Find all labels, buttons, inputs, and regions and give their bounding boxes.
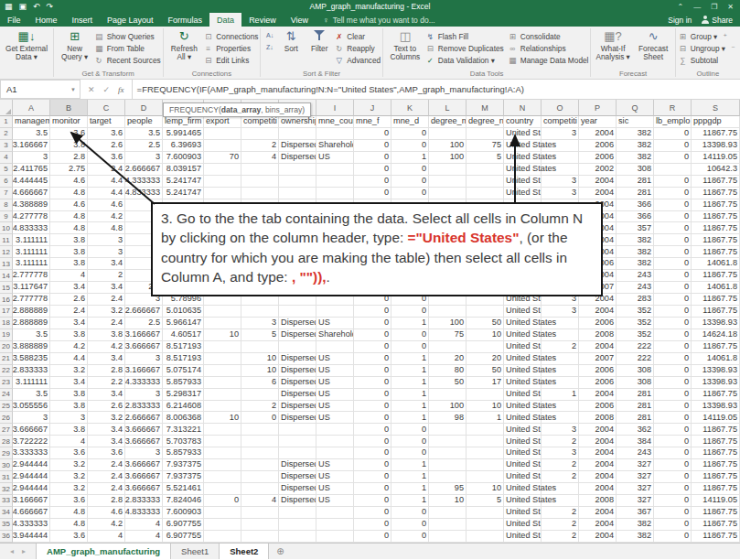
cell-G7[interactable] <box>241 188 279 199</box>
cell-C29[interactable]: 3.6 <box>88 447 125 459</box>
row-header-33[interactable]: 33 <box>0 495 13 507</box>
cancel-formula-icon[interactable]: ✕ <box>88 85 95 94</box>
cell-S34[interactable]: 11867.75 <box>692 507 740 519</box>
relationships-button[interactable]: ∞Relationships <box>508 42 589 54</box>
column-header-C[interactable]: C <box>88 100 125 116</box>
cell-R34[interactable]: 0 <box>654 507 692 519</box>
cell-R11[interactable]: 0 <box>654 234 692 246</box>
cell-L36[interactable] <box>429 531 467 543</box>
cell-R19[interactable]: 0 <box>654 329 692 341</box>
sort-button[interactable]: ⇅ Sort <box>277 27 305 53</box>
cell-C13[interactable]: 3.4 <box>88 258 125 270</box>
cell-F17[interactable] <box>204 306 241 318</box>
cell-M22[interactable]: 50 <box>467 365 504 377</box>
cell-C10[interactable]: 4.8 <box>88 222 125 234</box>
cell-R14[interactable]: 0 <box>654 270 692 282</box>
cell-H7[interactable] <box>279 188 316 199</box>
cell-L2[interactable] <box>429 128 467 140</box>
cell-P23[interactable]: 2006 <box>579 377 617 389</box>
cell-G4[interactable]: 4 <box>241 152 279 164</box>
redo-icon[interactable]: ↷ <box>47 0 54 13</box>
cell-F6[interactable] <box>204 176 241 188</box>
cell-G5[interactable] <box>241 164 279 176</box>
row-header-25[interactable]: 25 <box>0 401 13 413</box>
cell-B8[interactable]: 4.6 <box>50 199 88 211</box>
restore-icon[interactable]: ❐ <box>711 3 717 11</box>
cell-K34[interactable]: 0 <box>391 507 429 519</box>
cell-J21[interactable]: 0 <box>354 353 391 365</box>
cell-I20[interactable] <box>316 341 354 353</box>
cell-S36[interactable]: 11867.75 <box>692 531 740 543</box>
cell-N30[interactable]: United Sta <box>504 459 542 471</box>
cell-F30[interactable] <box>204 459 241 471</box>
cell-N29[interactable]: United Sta <box>504 447 542 459</box>
cell-A8[interactable]: 4.388889 <box>13 199 50 211</box>
cell-N19[interactable]: United States <box>504 329 542 341</box>
cell-N7[interactable]: United Sta <box>504 188 542 199</box>
cell-H32[interactable]: Dispersed <box>279 483 316 495</box>
cell-B16[interactable]: 2.6 <box>50 294 88 306</box>
cell-N24[interactable]: United Sta <box>504 389 542 401</box>
cell-O29[interactable]: 3 <box>542 447 579 459</box>
cell-P5[interactable]: 2002 <box>579 164 617 176</box>
cell-I32[interactable]: US <box>316 483 354 495</box>
cell-M5[interactable] <box>467 164 504 176</box>
cell-H22[interactable]: Dispersed <box>279 365 316 377</box>
cell-M29[interactable] <box>467 447 504 459</box>
cell-J7[interactable]: 0 <box>354 188 391 199</box>
cell-A34[interactable]: 4.666667 <box>13 507 50 519</box>
cell-F36[interactable] <box>204 531 241 543</box>
cell-F21[interactable] <box>204 353 241 365</box>
cell-B13[interactable]: 3.8 <box>50 258 88 270</box>
consolidate-button[interactable]: ⊞Consolidate <box>508 30 589 42</box>
cell-B18[interactable]: 3.4 <box>50 318 88 329</box>
cell-S11[interactable]: 11867.75 <box>692 234 740 246</box>
cell-B24[interactable]: 3.8 <box>50 389 88 401</box>
column-header-Q[interactable]: Q <box>617 100 654 116</box>
row-header-7[interactable]: 7 <box>0 188 13 199</box>
cell-N6[interactable]: United Sta <box>504 176 542 188</box>
cell-F32[interactable] <box>204 483 241 495</box>
cell-M34[interactable] <box>467 507 504 519</box>
select-all-corner[interactable] <box>0 100 13 116</box>
cell-M23[interactable]: 17 <box>467 377 504 389</box>
cell-M21[interactable]: 20 <box>467 353 504 365</box>
cell-F35[interactable] <box>204 519 241 531</box>
cell-D17[interactable]: 2.666667 <box>125 306 163 318</box>
cell-Q12[interactable]: 382 <box>617 246 654 258</box>
cell-D30[interactable]: 3.666667 <box>125 459 163 471</box>
row-header-15[interactable]: 15 <box>0 282 13 294</box>
column-header-J[interactable]: J <box>354 100 391 116</box>
forecast-sheet-button[interactable]: ∿ Forecast Sheet <box>633 27 673 62</box>
cell-O30[interactable]: 2 <box>542 459 579 471</box>
cell-J33[interactable]: 0 <box>354 495 391 507</box>
cell-L29[interactable] <box>429 447 467 459</box>
cell-A33[interactable]: 3.166667 <box>13 495 50 507</box>
cell-M18[interactable]: 50 <box>467 318 504 329</box>
cell-P31[interactable]: 2004 <box>579 471 617 483</box>
cell-K27[interactable]: 0 <box>391 424 429 436</box>
cell-K26[interactable]: 1 <box>391 412 429 424</box>
cell-G19[interactable]: 5 <box>241 329 279 341</box>
cell-K30[interactable]: 1 <box>391 459 429 471</box>
cell-A31[interactable]: 2.944444 <box>13 471 50 483</box>
cell-S32[interactable]: 11867.75 <box>692 483 740 495</box>
cell-R13[interactable]: 0 <box>654 258 692 270</box>
advanced-filter-button[interactable]: ▽Advanced <box>334 54 381 66</box>
cell-M4[interactable]: 5 <box>467 152 504 164</box>
cell-A29[interactable]: 3.333333 <box>13 447 50 459</box>
cell-P20[interactable]: 2004 <box>579 341 617 353</box>
cell-D3[interactable]: 2.5 <box>125 140 163 152</box>
cell-L22[interactable]: 80 <box>429 365 467 377</box>
cell-F23[interactable] <box>204 377 241 389</box>
cell-C21[interactable]: 3.4 <box>88 353 125 365</box>
cell-C16[interactable]: 2.4 <box>88 294 125 306</box>
cell-N20[interactable]: United Sta <box>504 341 542 353</box>
cell-R15[interactable]: 0 <box>654 282 692 294</box>
cell-R20[interactable]: 0 <box>654 341 692 353</box>
cell-N35[interactable]: United Sta <box>504 519 542 531</box>
cell-F2[interactable] <box>204 128 241 140</box>
cell-H33[interactable]: Dispersed <box>279 495 316 507</box>
cell-C3[interactable]: 2.6 <box>88 140 125 152</box>
cell-B25[interactable]: 3.8 <box>50 401 88 413</box>
